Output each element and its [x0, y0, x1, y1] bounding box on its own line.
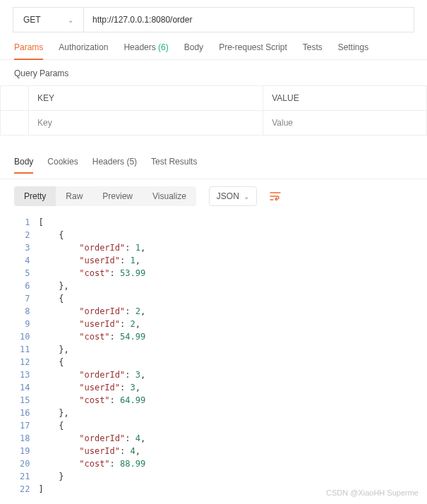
response-toolbar: Pretty Raw Preview Visualize JSON ⌄	[0, 179, 427, 213]
view-visualize[interactable]: Visualize	[143, 186, 196, 206]
resp-tab-test-results[interactable]: Test Results	[151, 157, 197, 173]
tab-authorization[interactable]: Authorization	[59, 42, 108, 59]
tab-settings[interactable]: Settings	[338, 42, 368, 59]
response-tabs: Body Cookies Headers (5) Test Results	[0, 157, 427, 179]
tab-headers-count: (6)	[158, 42, 169, 52]
wrap-lines-button[interactable]	[264, 187, 287, 205]
kv-key-input[interactable]: Key	[29, 111, 263, 136]
chevron-down-icon: ⌄	[68, 16, 73, 24]
view-raw[interactable]: Raw	[56, 186, 92, 206]
resp-tab-cookies[interactable]: Cookies	[47, 157, 78, 173]
response-type-select[interactable]: JSON ⌄	[209, 186, 257, 206]
kv-key-header: KEY	[29, 86, 263, 111]
resp-headers-label: Headers	[92, 157, 124, 167]
tab-prerequest[interactable]: Pre-request Script	[219, 42, 287, 59]
method-select[interactable]: GET ⌄	[13, 8, 84, 32]
response-code-area[interactable]: 12345678910111213141516171819202122 [ { …	[0, 213, 427, 503]
kv-value-input[interactable]: Value	[263, 111, 427, 136]
tab-params[interactable]: Params	[14, 42, 43, 60]
tab-headers-label: Headers	[124, 42, 155, 52]
watermark: CSDN @XiaoHH Superme	[326, 488, 419, 497]
query-params-table: KEY VALUE Key Value	[0, 85, 427, 136]
tab-tests[interactable]: Tests	[303, 42, 323, 59]
method-label: GET	[23, 15, 41, 25]
table-row: Key Value	[1, 111, 427, 136]
request-bar: GET ⌄ http://127.0.0.1:8080/order	[13, 7, 414, 32]
line-gutter: 12345678910111213141516171819202122	[0, 216, 38, 496]
chevron-down-icon: ⌄	[243, 193, 249, 200]
response-type-label: JSON	[217, 191, 239, 201]
tab-headers[interactable]: Headers (6)	[124, 42, 168, 59]
kv-checkbox-header	[1, 86, 29, 111]
view-pretty[interactable]: Pretty	[14, 186, 56, 206]
view-mode-segment: Pretty Raw Preview Visualize	[14, 186, 196, 206]
resp-tab-headers[interactable]: Headers (5)	[92, 157, 137, 173]
query-params-title: Query Params	[0, 60, 427, 85]
resp-tab-body[interactable]: Body	[14, 157, 33, 174]
kv-checkbox-cell[interactable]	[1, 111, 29, 136]
url-input[interactable]: http://127.0.0.1:8080/order	[84, 8, 414, 32]
tab-body[interactable]: Body	[184, 42, 203, 59]
view-preview[interactable]: Preview	[92, 186, 143, 206]
kv-value-header: VALUE	[263, 86, 427, 111]
wrap-icon	[270, 191, 281, 201]
response-body-code: [ { "orderId": 1, "userId": 1, "cost": 5…	[38, 216, 427, 496]
resp-headers-count: (5)	[126, 157, 137, 167]
request-tabs: Params Authorization Headers (6) Body Pr…	[0, 32, 427, 60]
